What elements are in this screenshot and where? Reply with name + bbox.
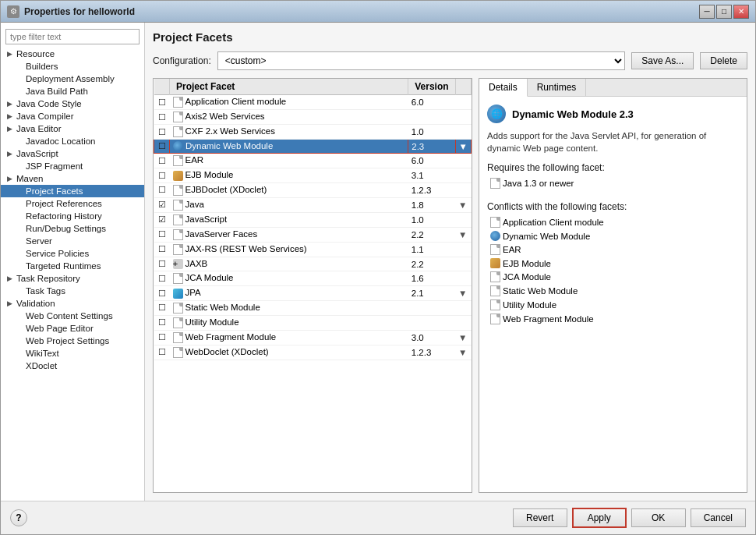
tab-details[interactable]: Details [479, 79, 528, 97]
sidebar-item-builders[interactable]: Builders [1, 60, 144, 73]
sidebar-item-task-tags[interactable]: Task Tags [1, 285, 144, 297]
sidebar-item-service-policies[interactable]: Service Policies [1, 247, 144, 260]
sidebar-item-web-content-settings[interactable]: Web Content Settings [1, 310, 144, 322]
sidebar-item-server[interactable]: Server [1, 235, 144, 247]
row-checkbox-cell[interactable]: ☐ [154, 182, 170, 197]
sidebar-item-refactoring-history[interactable]: Refactoring History [1, 210, 144, 222]
table-row[interactable]: ☐JCA Module1.6 [154, 271, 472, 286]
row-checkbox-cell[interactable]: ☐ [154, 345, 170, 360]
cancel-button[interactable]: Cancel [691, 508, 746, 527]
table-row[interactable]: ☐Application Client module6.0 [154, 95, 472, 110]
row-version-cell: 3.0 [408, 330, 455, 345]
filter-input[interactable] [5, 29, 140, 44]
row-arrow-cell[interactable]: ▼ [455, 140, 471, 154]
sidebar-item-maven[interactable]: ▶Maven [1, 172, 144, 185]
config-select[interactable]: <custom> [217, 51, 626, 70]
close-button[interactable]: ✕ [733, 5, 749, 19]
sidebar-item-web-project-settings[interactable]: Web Project Settings [1, 335, 144, 347]
row-arrow-cell[interactable]: ▼ [455, 227, 471, 242]
row-arrow-cell[interactable] [455, 182, 471, 197]
row-arrow-cell[interactable] [455, 110, 471, 125]
sidebar-item-resource[interactable]: ▶Resource [1, 48, 144, 60]
revert-button[interactable]: Revert [513, 508, 567, 527]
conflict-item: EAR [487, 243, 739, 257]
row-arrow-cell[interactable] [455, 242, 471, 257]
details-description: Adds support for the Java Servlet API, f… [487, 129, 739, 154]
table-row[interactable]: ☐Axis2 Web Services [154, 110, 472, 125]
row-arrow-cell[interactable] [455, 95, 471, 110]
table-row[interactable]: ☐JavaServer Faces2.2▼ [154, 227, 472, 242]
row-checkbox-cell[interactable]: ☐ [154, 140, 170, 154]
sidebar-item-java-editor[interactable]: ▶Java Editor [1, 122, 144, 135]
row-checkbox-cell[interactable]: ☐ [154, 330, 170, 345]
row-label-cell: EAR [170, 154, 408, 168]
table-row[interactable]: ☐Dynamic Web Module2.3▼ [154, 140, 472, 154]
sidebar-item-javadoc-location[interactable]: Javadoc Location [1, 135, 144, 147]
row-checkbox-cell[interactable]: ☐ [154, 95, 170, 110]
row-checkbox-cell[interactable]: ☐ [154, 257, 170, 271]
row-arrow-cell[interactable] [455, 154, 471, 168]
row-checkbox-cell[interactable]: ☐ [154, 125, 170, 140]
row-arrow-cell[interactable]: ▼ [455, 345, 471, 360]
sidebar-item-java-compiler[interactable]: ▶Java Compiler [1, 110, 144, 122]
row-arrow-cell[interactable] [455, 315, 471, 330]
table-row[interactable]: ☐Utility Module [154, 315, 472, 330]
row-arrow-cell[interactable]: ▼ [455, 330, 471, 345]
row-checkbox-cell[interactable]: ☐ [154, 227, 170, 242]
table-row[interactable]: ☐JAX-RS (REST Web Services)1.1 [154, 242, 472, 257]
minimize-button[interactable]: ─ [699, 5, 715, 19]
save-as-button[interactable]: Save As... [631, 52, 694, 69]
maximize-button[interactable]: □ [716, 5, 732, 19]
row-checkbox-cell[interactable]: ☐ [154, 300, 170, 315]
delete-button[interactable]: Delete [700, 52, 747, 69]
sidebar-item-project-references[interactable]: Project References [1, 197, 144, 210]
row-arrow-cell[interactable] [455, 257, 471, 271]
sidebar-item-project-facets[interactable]: Project Facets [1, 185, 144, 197]
table-row[interactable]: ☐EJB Module3.1 [154, 168, 472, 182]
sidebar-item-validation[interactable]: ▶Validation [1, 297, 144, 310]
row-checkbox-cell[interactable]: ☐ [154, 315, 170, 330]
tab-runtimes[interactable]: Runtimes [528, 79, 587, 96]
sidebar-item-wikitext[interactable]: WikiText [1, 347, 144, 360]
sidebar-item-targeted-runtimes[interactable]: Targeted Runtimes [1, 260, 144, 272]
row-arrow-cell[interactable] [455, 168, 471, 182]
sidebar-item-web-page-editor[interactable]: Web Page Editor [1, 322, 144, 335]
table-row[interactable]: ☐+JAXB2.2 [154, 257, 472, 271]
row-checkbox-cell[interactable]: ☐ [154, 286, 170, 300]
table-row[interactable]: ☑JavaScript1.0 [154, 212, 472, 227]
row-checkbox-cell[interactable]: ☐ [154, 154, 170, 168]
ok-button[interactable]: OK [631, 508, 686, 527]
sidebar-item-label: Java Editor [16, 124, 62, 133]
row-checkbox-cell[interactable]: ☐ [154, 110, 170, 125]
row-checkbox-cell[interactable]: ☑ [154, 197, 170, 212]
table-row[interactable]: ☐WebDoclet (XDoclet)1.2.3▼ [154, 345, 472, 360]
sidebar-item-task-repository[interactable]: ▶Task Repository [1, 272, 144, 285]
sidebar-item-java-build-path[interactable]: Java Build Path [1, 85, 144, 97]
help-button[interactable]: ? [10, 509, 27, 526]
row-arrow-cell[interactable] [455, 212, 471, 227]
row-arrow-cell[interactable]: ▼ [455, 286, 471, 300]
row-checkbox-cell[interactable]: ☐ [154, 242, 170, 257]
row-arrow-cell[interactable] [455, 271, 471, 286]
sidebar-item-javascript[interactable]: ▶JavaScript [1, 147, 144, 160]
table-row[interactable]: ☐Static Web Module [154, 300, 472, 315]
table-row[interactable]: ☐Web Fragment Module3.0▼ [154, 330, 472, 345]
row-arrow-cell[interactable] [455, 300, 471, 315]
table-row[interactable]: ☐EJBDoclet (XDoclet)1.2.3 [154, 182, 472, 197]
row-checkbox-cell[interactable]: ☑ [154, 212, 170, 227]
row-arrow-cell[interactable] [455, 125, 471, 140]
row-checkbox-cell[interactable]: ☐ [154, 271, 170, 286]
sidebar-item-java-code-style[interactable]: ▶Java Code Style [1, 97, 144, 110]
table-row[interactable]: ☐CXF 2.x Web Services1.0 [154, 125, 472, 140]
sidebar-item-jsp-fragment[interactable]: JSP Fragment [1, 160, 144, 172]
row-checkbox-cell[interactable]: ☐ [154, 168, 170, 182]
sidebar-item-run/debug-settings[interactable]: Run/Debug Settings [1, 222, 144, 235]
sidebar-item-deployment-assembly[interactable]: Deployment Assembly [1, 73, 144, 85]
table-row[interactable]: ☐EAR6.0 [154, 154, 472, 168]
sidebar-item-xdoclet[interactable]: XDoclet [1, 360, 144, 372]
conflict-item: Web Fragment Module [487, 312, 739, 326]
table-row[interactable]: ☐JPA2.1▼ [154, 286, 472, 300]
apply-button[interactable]: Apply [572, 508, 627, 528]
table-row[interactable]: ☑Java1.8▼ [154, 197, 472, 212]
row-arrow-cell[interactable]: ▼ [455, 197, 471, 212]
